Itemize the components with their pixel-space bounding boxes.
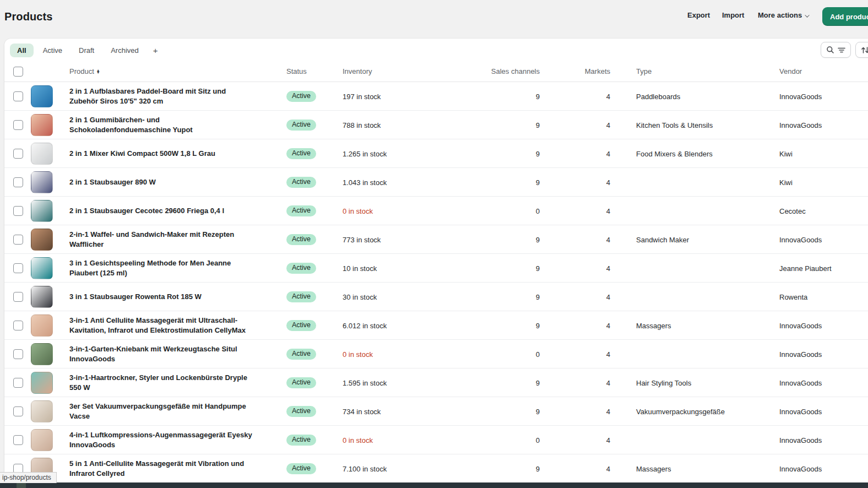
row-checkbox[interactable] — [13, 91, 23, 101]
tabs-row: All Active Draft Archived + — [4, 39, 868, 62]
product-name-link[interactable]: 3-in-1-Garten-Kniebank mit Werkzeugtasch… — [69, 344, 253, 364]
product-thumbnail[interactable] — [31, 171, 53, 193]
vendor-cell: InnovaGoods — [779, 235, 822, 243]
add-product-button[interactable]: Add product — [822, 7, 868, 26]
status-badge: Active — [286, 377, 316, 388]
product-name-link[interactable]: 3er Set Vakuumverpackungsgefäße mit Hand… — [69, 401, 253, 421]
tab-active[interactable]: Active — [36, 44, 69, 57]
table-row[interactable]: 2 in 1 Gummibärchen- und Schokoladenfond… — [4, 111, 868, 139]
status-badge: Active — [286, 291, 316, 302]
product-name-link[interactable]: 3-in-1 Anti Cellulite Massagegerät mit U… — [69, 315, 253, 335]
vendor-cell: Cecotec — [779, 207, 806, 215]
product-thumbnail[interactable] — [31, 286, 53, 308]
status-cell: Active — [286, 205, 316, 216]
product-thumbnail[interactable] — [31, 200, 53, 222]
vendor-cell: InnovaGoods — [779, 121, 822, 129]
table-row[interactable]: 3 in 1 Gesichtspeeling Methode for Men J… — [4, 254, 868, 283]
inventory-cell: 6.012 in stock — [343, 321, 387, 329]
import-button[interactable]: Import — [722, 11, 744, 19]
row-checkbox[interactable] — [13, 349, 23, 359]
status-cell: Active — [286, 463, 316, 474]
product-thumbnail[interactable] — [31, 343, 53, 365]
table-row[interactable]: 2 in 1 Mixer Kiwi Compact 500W 1,8 L Gra… — [4, 139, 868, 168]
tab-all[interactable]: All — [10, 44, 34, 57]
column-header-markets: Markets — [555, 67, 610, 75]
inventory-cell: 1.043 in stock — [343, 178, 387, 186]
sort-button[interactable] — [855, 42, 868, 58]
product-thumbnail[interactable] — [31, 143, 53, 165]
product-name-link[interactable]: 2-in-1 Waffel- und Sandwich-Maker mit Re… — [69, 229, 253, 250]
row-checkbox[interactable] — [13, 263, 23, 273]
inventory-cell: 1.595 in stock — [343, 378, 387, 387]
table-row[interactable]: 2 in 1 Staubsauger 890 WActive1.043 in s… — [4, 168, 868, 197]
status-badge: Active — [286, 177, 316, 188]
product-name-link[interactable]: 2 in 1 Mixer Kiwi Compact 500W 1,8 L Gra… — [69, 148, 253, 158]
row-checkbox[interactable] — [13, 177, 23, 187]
table-row[interactable]: 3-in-1-Haartrockner, Styler und Lockenbü… — [4, 368, 868, 397]
sales-channels-cell: 0 — [457, 207, 540, 215]
page-title: Products — [4, 10, 52, 23]
row-checkbox[interactable] — [13, 435, 23, 445]
row-checkbox[interactable] — [13, 149, 23, 159]
sales-channels-cell: 9 — [457, 264, 540, 272]
export-button[interactable]: Export — [687, 11, 710, 19]
product-name-link[interactable]: 2 in 1 Aufblasbares Paddel-Board mit Sit… — [69, 86, 253, 106]
product-thumbnail[interactable] — [31, 85, 53, 107]
row-checkbox[interactable] — [13, 120, 23, 130]
status-badge: Active — [286, 205, 316, 216]
row-checkbox[interactable] — [13, 321, 23, 330]
product-name-link[interactable]: 2 in 1 Gummibärchen- und Schokoladenfond… — [69, 115, 253, 135]
product-name-link[interactable]: 3 in 1 Gesichtspeeling Methode for Men J… — [69, 258, 253, 278]
table-row[interactable]: 2 in 1 Staubsauger Cecotec 29600 Friega … — [4, 197, 868, 225]
tab-draft[interactable]: Draft — [72, 44, 101, 57]
row-checkbox[interactable] — [13, 235, 23, 245]
table-row[interactable]: 4-in-1 Luftkompressions-Augenmassagegerä… — [4, 426, 868, 454]
inventory-cell: 734 in stock — [343, 407, 381, 415]
table-row[interactable]: 5 in 1 Anti-Cellulite Massagegerät mit V… — [4, 454, 868, 483]
type-cell: Kitchen Tools & Utensils — [636, 121, 713, 129]
more-actions-button[interactable]: More actions — [758, 11, 810, 19]
table-row[interactable]: 2 in 1 Aufblasbares Paddel-Board mit Sit… — [4, 82, 868, 111]
type-cell: Massagers — [636, 321, 671, 329]
search-and-filter-button[interactable] — [821, 42, 851, 58]
product-thumbnail[interactable] — [31, 114, 53, 136]
row-checkbox[interactable] — [13, 378, 23, 388]
product-name-link[interactable]: 2 in 1 Staubsauger Cecotec 29600 Friega … — [69, 205, 253, 215]
row-checkbox[interactable] — [13, 406, 23, 416]
product-thumbnail[interactable] — [31, 257, 53, 279]
product-name-link[interactable]: 3 in 1 Staubsauger Rowenta Rot 185 W — [69, 291, 253, 301]
product-thumbnail[interactable] — [31, 372, 53, 394]
table-row[interactable]: 3er Set Vakuumverpackungsgefäße mit Hand… — [4, 397, 868, 426]
table-row[interactable]: 3-in-1-Garten-Kniebank mit Werkzeugtasch… — [4, 340, 868, 368]
status-cell: Active — [286, 91, 316, 102]
column-header-product[interactable]: Product▲▼ — [69, 67, 100, 75]
status-badge: Active — [286, 463, 316, 474]
table-row[interactable]: 3-in-1 Anti Cellulite Massagegerät mit U… — [4, 311, 868, 340]
product-name-link[interactable]: 4-in-1 Luftkompressions-Augenmassagegerä… — [69, 430, 253, 450]
status-badge: Active — [286, 120, 316, 131]
row-checkbox[interactable] — [13, 292, 23, 302]
product-name-link[interactable]: 2 in 1 Staubsauger 890 W — [69, 177, 253, 187]
product-thumbnail[interactable] — [31, 315, 53, 337]
table-row[interactable]: 3 in 1 Staubsauger Rowenta Rot 185 WActi… — [4, 283, 868, 311]
table-row[interactable]: 2-in-1 Waffel- und Sandwich-Maker mit Re… — [4, 225, 868, 254]
product-thumbnail[interactable] — [31, 400, 53, 422]
inventory-cell: 30 in stock — [343, 292, 377, 301]
status-cell: Active — [286, 234, 316, 245]
status-cell: Active — [286, 148, 316, 159]
table-header-row: Product▲▼ Status Inventory Sales channel… — [4, 62, 868, 82]
markets-cell: 4 — [555, 378, 610, 387]
scrollbar-thumb[interactable] — [17, 482, 26, 488]
row-checkbox[interactable] — [13, 206, 23, 216]
select-all-checkbox[interactable] — [13, 67, 23, 77]
vendor-cell: Kiwi — [779, 178, 793, 186]
product-thumbnail[interactable] — [31, 229, 53, 251]
markets-cell: 4 — [555, 464, 610, 473]
link-preview-statusbar: ip-shop/products — [0, 472, 57, 483]
product-name-link[interactable]: 3-in-1-Haartrockner, Styler und Lockenbü… — [69, 372, 253, 393]
add-view-button[interactable]: + — [148, 43, 163, 58]
tab-archived[interactable]: Archived — [104, 44, 146, 57]
product-thumbnail[interactable] — [31, 429, 53, 451]
product-name-link[interactable]: 5 in 1 Anti-Cellulite Massagegerät mit V… — [69, 458, 253, 479]
bottom-scrollbar[interactable] — [0, 482, 868, 488]
